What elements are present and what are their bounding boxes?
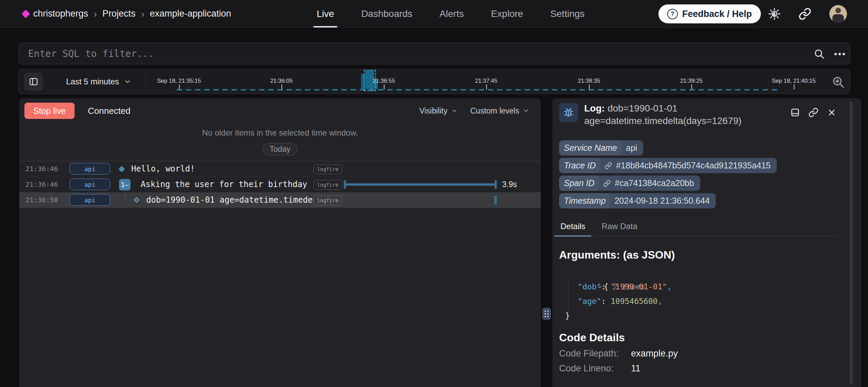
- breadcrumb-projects[interactable]: Projects: [102, 8, 136, 19]
- custom-levels-dropdown[interactable]: Custom levels: [470, 98, 529, 123]
- panel-drag-handle-icon[interactable]: [542, 308, 551, 320]
- tab-dashboards[interactable]: Dashboards: [361, 0, 412, 27]
- tab-details[interactable]: Details: [559, 222, 587, 236]
- log-row-selected[interactable]: 21:36:50 api dob=1990-01-01 age=datetime…: [19, 192, 541, 208]
- time-range-selector[interactable]: Last 5 minutes: [66, 69, 131, 94]
- custom-levels-label: Custom levels: [470, 106, 519, 116]
- attr-value: #18b84cb4847b5d574c4ad9121935a415: [616, 161, 771, 170]
- log-time: 21:36:50: [25, 192, 58, 208]
- chevron-down-icon: [522, 107, 529, 114]
- code-lineno-label: Code Lineno:: [559, 363, 631, 374]
- json-comma: ,: [657, 297, 662, 306]
- tab-live[interactable]: Live: [317, 0, 334, 27]
- service-badge[interactable]: api: [70, 194, 110, 206]
- service-name-pill[interactable]: Service Name api: [559, 140, 643, 156]
- time-range-label: Last 5 minutes: [66, 77, 119, 86]
- json-open-line: {2 items: [559, 265, 672, 280]
- logfire-tag[interactable]: logfire: [313, 164, 342, 174]
- link-icon[interactable]: [808, 107, 819, 118]
- timestamp-pill[interactable]: Timestamp 2024-09-18 21:36:50.644: [559, 193, 716, 208]
- code-filepath-value: example.py: [631, 348, 678, 359]
- sql-filter-bar: [18, 43, 850, 64]
- attr-label: Span ID: [559, 176, 599, 191]
- logfire-app: christophergs › Projects › example-appli…: [0, 0, 868, 387]
- tab-settings[interactable]: Settings: [550, 0, 585, 27]
- logfire-tag[interactable]: logfire: [313, 196, 342, 205]
- json-colon: :: [601, 297, 606, 306]
- zoom-in-icon[interactable]: [830, 74, 846, 90]
- more-options-icon[interactable]: [832, 47, 847, 60]
- log-message: Hello, world!: [131, 161, 195, 177]
- timeline-tick-label: 21:38:35: [578, 78, 600, 84]
- span-id-pill[interactable]: Span ID #ca741384ca2a20bb: [559, 176, 700, 191]
- service-badge[interactable]: api: [70, 179, 110, 190]
- visibility-dropdown[interactable]: Visibility: [419, 98, 458, 123]
- logo-diamond-icon[interactable]: [21, 9, 30, 18]
- timeline-tick: [589, 84, 590, 89]
- connection-status: Connected: [88, 98, 131, 123]
- timeline-tick: [384, 84, 384, 89]
- timeline-tick-label: 21:37:45: [475, 78, 497, 84]
- log-title-line1: dob=1990-01-01: [608, 103, 677, 114]
- sql-filter-input[interactable]: [19, 43, 808, 64]
- tab-raw-data[interactable]: Raw Data: [600, 222, 638, 236]
- copy-link-icon[interactable]: [797, 6, 812, 21]
- attr-label: Trace ID: [559, 158, 600, 173]
- breadcrumb-account[interactable]: christophergs: [33, 8, 88, 19]
- log-row[interactable]: 21:36:46 api 1– Asking the user for thei…: [19, 177, 541, 192]
- tree-connector: [125, 192, 133, 200]
- arguments-heading: Arguments: (as JSON): [559, 249, 675, 261]
- attr-value: #ca741384ca2a20bb: [615, 178, 694, 188]
- trace-id-pill[interactable]: Trace ID #18b84cb4847b5d574c4ad9121935a4…: [559, 158, 777, 173]
- log-row[interactable]: 21:36:46 api Hello, world! logfire: [19, 161, 541, 177]
- tab-alerts[interactable]: Alerts: [439, 0, 464, 27]
- user-avatar[interactable]: [829, 5, 847, 23]
- json-comma: ,: [667, 282, 672, 291]
- timeline-tick-label: 21:36:55: [373, 78, 395, 84]
- attr-label: Service Name: [559, 140, 622, 156]
- feedback-help-button[interactable]: ? Feedback / Help: [658, 4, 761, 23]
- link-icon: [605, 162, 612, 169]
- attr-value: api: [626, 143, 637, 153]
- level-diamond-icon: [134, 197, 140, 203]
- live-view-header: Stop live Connected Visibility Custom le…: [19, 98, 541, 124]
- breadcrumb-project-name[interactable]: example-application: [150, 8, 231, 19]
- scrollbar[interactable]: [850, 102, 852, 384]
- sidebar-toggle-icon[interactable]: [24, 73, 43, 91]
- close-icon[interactable]: [826, 107, 837, 118]
- divider: [145, 72, 146, 91]
- attr-label: Timestamp: [559, 193, 610, 208]
- theme-toggle-icon[interactable]: [767, 6, 782, 21]
- bug-icon: [559, 103, 578, 122]
- json-key: "age": [578, 297, 601, 306]
- nav-tabs: Live Dashboards Alerts Explore Settings: [317, 0, 585, 27]
- top-nav: christophergs › Projects › example-appli…: [0, 0, 868, 28]
- stop-live-button[interactable]: Stop live: [24, 103, 75, 119]
- log-message: Asking the user for their birthday: [141, 177, 307, 192]
- json-value: 1095465600: [611, 297, 657, 306]
- log-rows: 21:36:46 api Hello, world! logfire 21:36…: [19, 161, 541, 208]
- live-view-panel: Stop live Connected Visibility Custom le…: [19, 98, 541, 387]
- code-filepath-label: Code Filepath:: [559, 348, 631, 359]
- log-detail-title: Log:dob=1990-01-01 age=datetime.timedelt…: [584, 102, 788, 127]
- log-timeline-tick: [494, 196, 497, 204]
- span-duration-label: 3.9s: [502, 177, 517, 192]
- attribute-pills: Service Name api Trace ID #18b84cb4847b5…: [559, 140, 777, 208]
- level-diamond-icon: [118, 166, 125, 172]
- code-lineno-value: 11: [631, 363, 640, 373]
- json-value: "1990-01-01": [611, 282, 667, 291]
- service-badge[interactable]: api: [70, 163, 110, 175]
- open-in-panel-icon[interactable]: [790, 107, 801, 118]
- timeline-tick-label: Sep 18, 21:35:15: [157, 78, 201, 84]
- log-title-line2: age=datetime.timedelta(days=12679): [584, 116, 742, 126]
- timeline-tick: [486, 84, 487, 89]
- code-details-heading: Code Details: [559, 331, 625, 344]
- detail-actions: [790, 107, 837, 118]
- today-button[interactable]: Today: [262, 143, 297, 156]
- search-icon[interactable]: [813, 47, 826, 60]
- collapse-children-badge[interactable]: 1–: [119, 179, 131, 190]
- log-title-prefix: Log:: [584, 103, 605, 114]
- json-key: "dob": [578, 282, 601, 291]
- tab-explore[interactable]: Explore: [491, 0, 523, 27]
- logfire-tag[interactable]: logfire: [313, 180, 342, 190]
